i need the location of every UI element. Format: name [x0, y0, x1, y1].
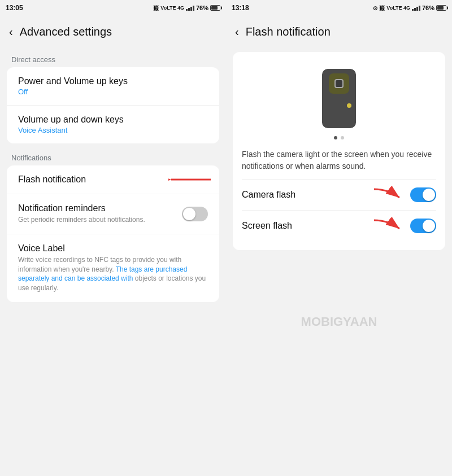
toggle-knob: [183, 208, 195, 220]
voice-label-highlight: The tags are purchased separately and ca…: [18, 265, 187, 283]
right-panel: 13:18 ⊙ 🖼 VoLTE 4G 76% ‹ Flash notificat…: [226, 0, 452, 476]
notifications-label: Notifications: [0, 146, 226, 165]
flash-setting-screen[interactable]: Screen flash: [242, 210, 436, 241]
screen-flash-label: Screen flash: [242, 221, 292, 231]
dots-indicator: [242, 132, 436, 144]
right-page-title: Flash notification: [246, 25, 331, 38]
right-signal-icon: [412, 6, 420, 11]
flash-setting-camera[interactable]: Camera flash: [242, 179, 436, 210]
right-status-bar: 13:18 ⊙ 🖼 VoLTE 4G 76%: [226, 0, 452, 16]
sim-icon: VoLTE 4G: [160, 5, 184, 11]
phone-body: [322, 69, 356, 128]
left-status-bar: 13:05 🖼 VoLTE 4G 76%: [0, 0, 226, 16]
phone-camera-area: [329, 73, 349, 94]
camera-flash-toggle[interactable]: [410, 187, 436, 202]
right-time: 13:18: [232, 4, 249, 12]
right-battery-icon: [436, 5, 446, 11]
list-item-volume-keys[interactable]: Volume up and down keys Voice Assistant: [7, 106, 219, 143]
flash-description: Flash the camera light or the screen whe…: [242, 144, 436, 179]
signal-icon: [186, 6, 194, 11]
left-panel: 13:05 🖼 VoLTE 4G 76% ‹ Advanced settings…: [0, 0, 226, 476]
screen-flash-toggle[interactable]: [410, 219, 436, 233]
red-arrow-screen: [371, 217, 405, 234]
left-page-title: Advanced settings: [20, 25, 112, 38]
notification-reminders-desc: Get periodic reminders about notificatio…: [18, 215, 145, 225]
notifications-card: Flash notification Notification reminder…: [7, 165, 219, 302]
notification-reminders-row: Notification reminders Get periodic remi…: [18, 203, 208, 225]
dot-1: [334, 136, 337, 139]
list-item-voice-label[interactable]: Voice Label Write voice recordings to NF…: [7, 234, 219, 302]
left-time: 13:05: [6, 4, 23, 12]
voice-label-desc: Write voice recordings to NFC tags to pr…: [18, 255, 208, 293]
camera-flash-label: Camera flash: [242, 190, 295, 200]
volume-keys-subtitle: Voice Assistant: [18, 126, 208, 134]
camera-toggle-knob: [423, 189, 435, 201]
flash-card: Flash the camera light or the screen whe…: [233, 52, 445, 250]
screen-toggle-knob: [423, 220, 435, 232]
voice-label-title: Voice Label: [18, 243, 208, 254]
list-item-notification-reminders[interactable]: Notification reminders Get periodic remi…: [7, 194, 219, 234]
direct-access-card: Power and Volume up keys Off Volume up a…: [7, 67, 219, 143]
direct-access-label: Direct access: [0, 47, 226, 67]
right-status-icons: ⊙ 🖼 VoLTE 4G 76%: [373, 5, 446, 11]
dot-2: [341, 136, 344, 139]
left-back-button[interactable]: ‹: [9, 25, 13, 38]
right-back-button[interactable]: ‹: [235, 25, 239, 38]
watermark: MOBIGYAAN: [301, 315, 377, 329]
volume-keys-title: Volume up and down keys: [18, 115, 208, 125]
battery-icon: [210, 5, 220, 11]
right-sim-icon: VoLTE 4G: [386, 5, 410, 11]
phone-illustration: [242, 63, 436, 132]
power-keys-subtitle: Off: [18, 88, 208, 96]
phone-camera-lens: [334, 79, 344, 88]
red-arrow-camera: [371, 186, 405, 203]
notification-reminders-title: Notification reminders: [18, 203, 145, 213]
notification-reminders-toggle[interactable]: [182, 207, 208, 221]
right-battery-text: 76%: [422, 5, 434, 11]
notification-icon: 🖼: [153, 5, 159, 11]
phone-flash-dot: [347, 103, 351, 108]
right-clock-icon: ⊙: [373, 5, 377, 11]
left-status-icons: 🖼 VoLTE 4G 76%: [153, 5, 220, 11]
list-item-power-keys[interactable]: Power and Volume up keys Off: [7, 67, 219, 106]
right-img-icon: 🖼: [379, 5, 385, 11]
left-top-bar: ‹ Advanced settings: [0, 16, 226, 47]
battery-text: 76%: [196, 5, 208, 11]
right-top-bar: ‹ Flash notification: [226, 16, 452, 47]
red-arrow-flash: [168, 173, 214, 186]
power-keys-title: Power and Volume up keys: [18, 76, 208, 86]
notification-reminders-text: Notification reminders Get periodic remi…: [18, 203, 145, 225]
list-item-flash-notification[interactable]: Flash notification: [7, 165, 219, 194]
